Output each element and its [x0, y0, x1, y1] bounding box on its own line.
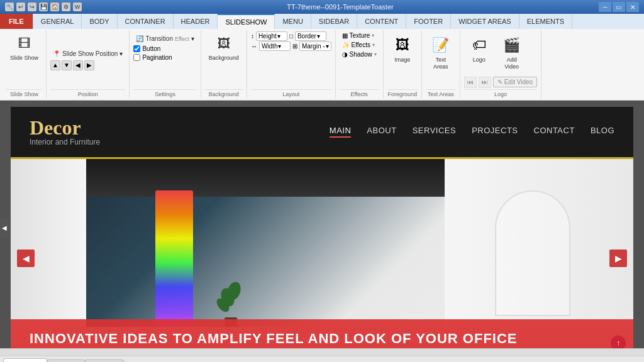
minimize-button[interactable]: ─ — [599, 2, 611, 12]
logo-button[interactable]: 🏷 Logo — [464, 31, 494, 73]
site-preview: Decor Interior and Furniture MAIN ABOUT … — [11, 107, 633, 342]
wp-icon[interactable]: W — [73, 3, 82, 11]
button-check-input[interactable] — [133, 45, 140, 52]
move-down-button[interactable]: ▼ — [62, 60, 72, 70]
tab-sidebar[interactable]: SIDEBAR — [311, 14, 357, 29]
tab-general[interactable]: GENERAL — [33, 14, 82, 29]
nav-projects[interactable]: PROJECTS — [472, 126, 518, 138]
site-nav: MAIN ABOUT SERVICES PROJECTS CONTACT BLO… — [330, 126, 614, 138]
slide-show-position-button[interactable]: 📍 Slide Show Position ▾ — [50, 49, 125, 58]
text-areas-icon: 📝 — [430, 34, 452, 57]
tab-file[interactable]: FILE — [0, 14, 33, 29]
layout-group-label: Layout — [251, 89, 331, 97]
text-areas-group-content: 📝 TextAreas — [426, 31, 456, 88]
text-areas-button[interactable]: 📝 TextAreas — [426, 31, 456, 73]
nav-about[interactable]: ABOUT — [367, 126, 396, 138]
height-label: Height — [258, 33, 277, 40]
slideshow-group-label: Slide Show — [6, 89, 42, 97]
tab-container[interactable]: CONTAINER — [118, 14, 174, 29]
scroll-indicator[interactable]: ↑ — [611, 336, 626, 348]
pagination-check-input[interactable] — [133, 54, 140, 61]
effects-group-label: Effects — [340, 89, 379, 97]
ribbon-group-effects: ▦ Texture ▾ ✨ Effects ▾ ◑ Shadow ▾ Effec… — [336, 30, 384, 99]
border-dropdown[interactable]: Border ▾ — [295, 31, 326, 41]
horizontal-scrollbar[interactable] — [0, 348, 644, 356]
video-next-button[interactable]: ⏭ — [479, 77, 491, 88]
move-right-button[interactable]: ▶ — [84, 60, 94, 70]
transition-effect-button[interactable]: 🔄 Transition Effect ▾ — [133, 34, 196, 43]
add-video-button[interactable]: 🎬 AddVideo — [497, 31, 527, 73]
shadow-arrow: ▾ — [374, 52, 377, 57]
effects-group-content: ▦ Texture ▾ ✨ Effects ▾ ◑ Shadow ▾ — [340, 31, 379, 88]
text-areas-label: TextAreas — [433, 57, 448, 70]
slideshow-area: ◀ ▶ INNOVATIVE IDEAS TO AMPLIFY FEEL AND… — [11, 157, 633, 348]
margin-icon: ⊞ — [292, 43, 297, 50]
image-button[interactable]: 🖼 Image — [387, 31, 418, 66]
tab-header[interactable]: HEADER — [174, 14, 218, 29]
title-bar-left: 🔧 ↩ ↪ 💾 🏠 ⚙ W — [5, 3, 82, 11]
margin-dropdown[interactable]: Margin - ▾ — [299, 41, 331, 51]
settings-icon[interactable]: ⚙ — [62, 3, 70, 11]
width-dropdown[interactable]: Width ▾ — [259, 41, 291, 51]
slide-banner-text: INNOVATIVE IDEAS TO AMPLIFY FEEL AND LOO… — [30, 331, 518, 347]
tab-mobile[interactable]: Mobile — [85, 359, 124, 362]
nav-contact[interactable]: CONTACT — [534, 126, 575, 138]
left-collapse-button[interactable]: ◀ — [0, 219, 9, 238]
shadow-button[interactable]: ◑ Shadow ▾ — [340, 50, 379, 58]
bg-group-label: Background — [205, 89, 243, 97]
move-up-button[interactable]: ▲ — [50, 60, 60, 70]
tab-body[interactable]: BODY — [82, 14, 117, 29]
tab-footer[interactable]: FOOTER — [406, 14, 451, 29]
layout-items: ↕ Height ▾ □ Border ▾ ↔ Width ▾ — [251, 31, 331, 51]
edit-video-button[interactable]: ✎ Edit Video — [493, 77, 537, 87]
slideshow-icon: 🎞 — [14, 33, 35, 53]
logo-subtitle: Interior and Furniture — [30, 138, 100, 146]
background-button[interactable]: 🖼 Background — [205, 31, 243, 63]
logo-title: Decor — [30, 118, 100, 138]
nav-services[interactable]: SERVICES — [413, 126, 457, 138]
tab-menu[interactable]: MENU — [275, 14, 311, 29]
move-left-button[interactable]: ◀ — [73, 60, 83, 70]
nav-main[interactable]: MAIN — [330, 126, 352, 138]
site-header: Decor Interior and Furniture MAIN ABOUT … — [11, 107, 633, 157]
tab-content[interactable]: CONTENT — [357, 14, 406, 29]
video-prev-button[interactable]: ⏮ — [464, 77, 477, 88]
ribbon-group-text-areas: 📝 TextAreas Text Areas — [422, 30, 460, 99]
home-icon[interactable]: 🏠 — [50, 3, 59, 11]
slide-prev-button[interactable]: ◀ — [17, 250, 35, 267]
site-logo: Decor Interior and Furniture — [30, 118, 100, 146]
restore-button[interactable]: ▭ — [613, 2, 625, 12]
button-check-label: Button — [142, 45, 160, 52]
bg-group-content: 🖼 Background — [205, 31, 243, 88]
transition-chevron: ▾ — [191, 35, 194, 42]
tab-elements[interactable]: ELEMENTS — [519, 14, 572, 29]
tab-slideshow[interactable]: SLIDESHOW — [218, 14, 275, 29]
save-icon[interactable]: 💾 — [39, 3, 48, 11]
background-label: Background — [209, 55, 239, 62]
ribbon-group-foreground: 🖼 Image Foreground — [384, 30, 422, 99]
slideshow-button[interactable]: 🎞 Slide Show — [6, 31, 42, 63]
redo-icon[interactable]: ↪ — [28, 3, 36, 11]
width-icon: ↔ — [251, 43, 257, 50]
button-checkbox[interactable]: Button — [133, 45, 196, 52]
height-dropdown[interactable]: Height ▾ — [256, 31, 287, 41]
pagination-checkbox[interactable]: Pagination — [133, 54, 196, 61]
canvas-content: Decor Interior and Furniture MAIN ABOUT … — [0, 101, 644, 348]
position-group-label: Position — [50, 89, 125, 97]
tab-desktop[interactable]: Desktop — [3, 358, 47, 362]
tab-tablet[interactable]: Tablet — [47, 359, 84, 362]
image-icon: 🖼 — [391, 34, 414, 57]
margin-label: Margin - — [302, 43, 325, 50]
transition-icon: 🔄 — [136, 35, 143, 42]
effects-button[interactable]: ✨ Effects ▾ — [340, 41, 379, 49]
app-icon: 🔧 — [5, 3, 14, 11]
effects-label: Effects — [352, 41, 370, 48]
undo-icon[interactable]: ↩ — [16, 3, 25, 11]
close-button[interactable]: ✕ — [626, 2, 639, 12]
title-bar: 🔧 ↩ ↪ 💾 🏠 ⚙ W TT-7theme--0091-TemplateTo… — [0, 0, 644, 14]
texture-button[interactable]: ▦ Texture ▾ — [340, 31, 379, 40]
slide-next-button[interactable]: ▶ — [609, 250, 627, 267]
width-row: ↔ Width ▾ ⊞ Margin - ▾ — [251, 41, 331, 51]
nav-blog[interactable]: BLOG — [591, 126, 614, 138]
tab-widget-areas[interactable]: WIDGET AREAS — [451, 14, 519, 29]
